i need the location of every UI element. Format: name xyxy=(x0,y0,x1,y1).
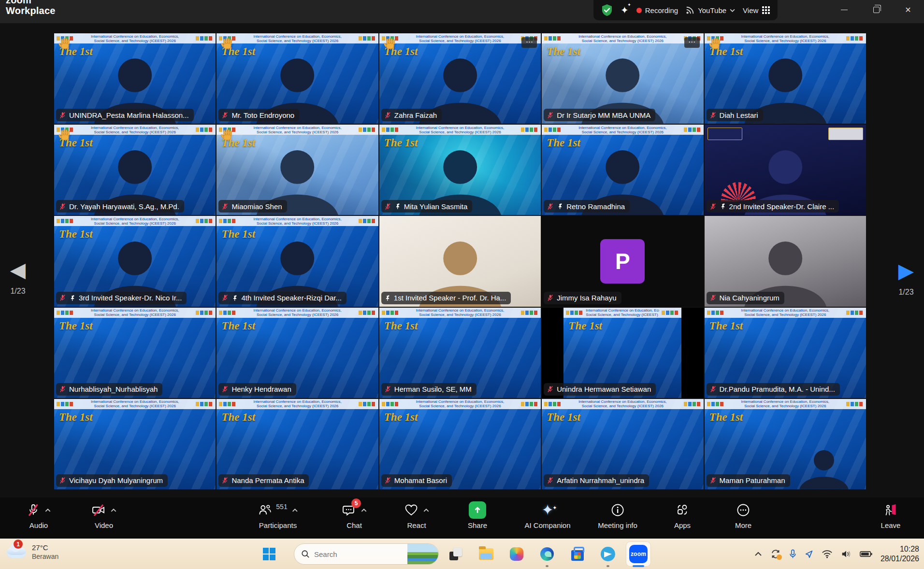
participant-tile[interactable]: International Conference on Education, E… xyxy=(542,125,703,215)
participant-tile[interactable]: International Conference on Education, E… xyxy=(54,399,216,489)
recording-indicator[interactable]: Recording xyxy=(636,6,678,14)
leave-button[interactable]: Leave xyxy=(881,501,901,529)
more-dots-icon xyxy=(736,503,750,517)
participant-tile[interactable]: International Conference on Education, E… xyxy=(379,33,541,124)
volume-icon[interactable] xyxy=(841,550,852,558)
prev-arrow-icon[interactable]: ◀ xyxy=(1,260,35,280)
security-shield-icon[interactable] xyxy=(601,4,613,16)
view-control[interactable]: View xyxy=(743,6,770,14)
restore-button[interactable] xyxy=(860,0,892,19)
video-button[interactable]: Video xyxy=(91,501,116,529)
participant-tile[interactable]: International Conference on Education, E… xyxy=(54,33,216,124)
start-button[interactable] xyxy=(261,546,277,562)
sync-icon[interactable] xyxy=(770,549,781,559)
participant-tile[interactable]: International Conference on Education, E… xyxy=(542,399,703,489)
edge-icon xyxy=(540,547,554,561)
banner-logos-right xyxy=(846,311,864,315)
audio-button[interactable]: Audio xyxy=(27,501,51,529)
participant-name-label: Zahra Faizah xyxy=(381,109,442,121)
participant-name-label: Maman Paturahman xyxy=(707,474,790,487)
youtube-live-control[interactable]: YouTube xyxy=(686,6,735,14)
participant-tile[interactable]: International Conference on Education, E… xyxy=(542,33,703,124)
chevron-up-icon[interactable] xyxy=(45,509,51,512)
more-button[interactable]: More xyxy=(735,501,751,529)
participant-tile[interactable]: International Conference on Education, E… xyxy=(217,399,378,489)
banner-logos-right xyxy=(359,128,376,132)
copilot-button[interactable] xyxy=(505,542,529,566)
chevron-up-icon[interactable] xyxy=(111,509,116,512)
store-button[interactable] xyxy=(565,542,590,566)
tray-overflow-chevron[interactable] xyxy=(754,552,762,556)
gallery-grid-icon xyxy=(762,6,770,14)
participants-button[interactable]: 551 Participants xyxy=(258,501,298,529)
banner-logos-left xyxy=(219,219,236,223)
participant-name-label: Miaomiao Shen xyxy=(218,200,287,213)
participant-tile[interactable]: International Conference on Education, E… xyxy=(54,216,216,306)
banner-text: International Conference on Education, E… xyxy=(239,34,356,43)
participant-tile[interactable]: International Conference on Education, E… xyxy=(379,216,541,306)
search-highlight-image[interactable] xyxy=(407,543,438,565)
participant-tile[interactable]: International Conference on Education, E… xyxy=(705,216,866,306)
participant-name: Zahra Faizah xyxy=(394,111,437,119)
weather-widget[interactable]: 1 27°C Berawan xyxy=(6,541,58,561)
participant-tile[interactable]: International Conference on Education, E… xyxy=(217,308,378,398)
tile-more-button[interactable]: ⋯ xyxy=(684,37,700,48)
ai-companion-status-icon[interactable]: ✦ xyxy=(621,4,629,16)
gallery-next-page[interactable]: ▶ 1/23 xyxy=(889,261,923,297)
participant-tile[interactable]: International Conference on Education, E… xyxy=(54,125,216,215)
telegram-button[interactable] xyxy=(596,542,620,566)
chevron-up-icon[interactable] xyxy=(361,509,367,512)
chat-button[interactable]: 5 Chat xyxy=(342,501,367,529)
participant-tile[interactable]: International Conference on Education, E… xyxy=(705,399,866,489)
participant-tile[interactable]: International Conference on Education, E… xyxy=(54,308,216,398)
react-button[interactable]: React xyxy=(404,501,429,529)
banner-logos-left xyxy=(57,402,74,406)
participant-name: Mita Yulian Sasmita xyxy=(404,202,467,211)
participant-tile[interactable]: International Conference on Education, E… xyxy=(379,308,541,398)
banner-ordinal: The 1st xyxy=(547,411,580,424)
mic-in-use-icon[interactable] xyxy=(789,549,796,559)
participant-name: Unindra Hermawan Setiawan xyxy=(557,385,651,393)
taskbar-clock[interactable]: 10:28 28/01/2026 xyxy=(881,544,919,564)
battery-icon[interactable] xyxy=(860,551,872,557)
ai-companion-button[interactable]: ✦ AI Companion xyxy=(524,501,570,529)
apps-button[interactable]: Apps xyxy=(674,501,691,529)
participant-tile[interactable]: International Conference on Education, E… xyxy=(217,125,378,215)
close-button[interactable]: ✕ xyxy=(892,0,924,19)
youtube-label: YouTube xyxy=(698,6,726,14)
search-input[interactable] xyxy=(314,550,396,558)
chevron-up-icon[interactable] xyxy=(423,509,429,512)
participant-tile[interactable]: International Conference on Education, E… xyxy=(217,216,378,306)
participant-tile[interactable]: International Conference on Education, E… xyxy=(379,125,541,215)
banner-text: International Conference on Education, E… xyxy=(402,308,519,317)
wifi-icon[interactable] xyxy=(822,550,833,558)
pin-icon xyxy=(394,203,401,210)
participant-tile[interactable]: International Conference on Education, E… xyxy=(217,33,378,124)
task-view-button[interactable] xyxy=(444,542,468,566)
edge-button[interactable] xyxy=(535,542,559,566)
participant-tile[interactable]: International Conference on Education, E… xyxy=(379,399,541,489)
participant-tile[interactable]: International Conference on Education, E… xyxy=(705,33,866,124)
file-explorer-button[interactable] xyxy=(474,542,498,566)
tile-more-button[interactable]: ⋯ xyxy=(521,37,537,48)
weather-desc: Berawan xyxy=(32,552,58,561)
minimize-button[interactable] xyxy=(828,0,860,19)
next-arrow-icon[interactable]: ▶ xyxy=(889,261,923,281)
participant-tile[interactable]: International Conference on Education, E… xyxy=(705,125,866,215)
gallery-prev-page[interactable]: ◀ 1/23 xyxy=(1,260,35,296)
participant-tile[interactable]: International Conference on Education, E… xyxy=(705,308,866,398)
info-icon xyxy=(611,503,624,517)
taskbar-search[interactable] xyxy=(294,543,439,565)
banner-logos-left xyxy=(382,402,399,406)
banner-logos-right xyxy=(359,36,376,41)
share-button[interactable]: Share xyxy=(468,501,487,529)
camera-off-icon xyxy=(91,503,106,517)
meeting-info-button[interactable]: Meeting info xyxy=(598,501,637,529)
chevron-up-icon[interactable] xyxy=(292,509,298,512)
video-gallery: International Conference on Education, E… xyxy=(0,23,924,498)
participant-tile[interactable]: International Conference on Education, E… xyxy=(542,308,703,398)
location-in-use-icon[interactable] xyxy=(805,550,813,558)
zoom-app-button[interactable]: zoom xyxy=(626,542,650,566)
conference-banner: International Conference on Education, E… xyxy=(54,33,216,43)
participant-tile[interactable]: International Conference on Education, E… xyxy=(542,216,703,306)
